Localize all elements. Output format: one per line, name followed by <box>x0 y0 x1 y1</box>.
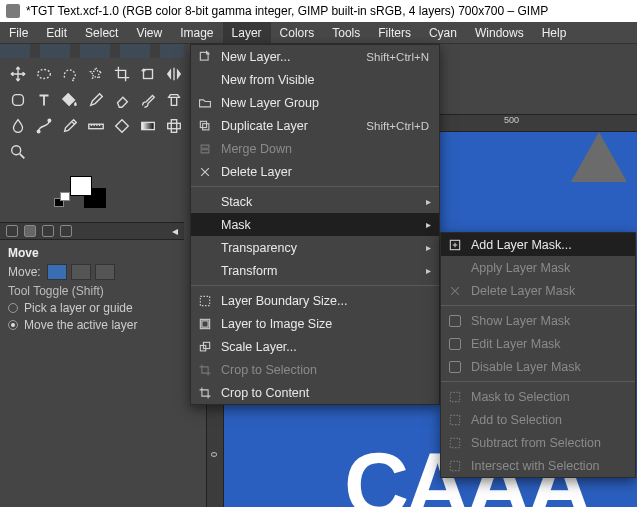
dup-icon <box>197 118 213 134</box>
tool-toggle-label: Tool Toggle (Shift) <box>8 284 176 298</box>
menu-item-label: Intersect with Selection <box>471 459 625 473</box>
pencil-tool-icon[interactable] <box>84 88 108 112</box>
text-tool-icon[interactable] <box>32 88 56 112</box>
move-mode-label: Move: <box>8 265 41 279</box>
svg-rect-13 <box>200 296 209 305</box>
gradient-tool-icon[interactable] <box>136 114 160 138</box>
radio-pick-layer-label: Pick a layer or guide <box>24 301 133 315</box>
tool-options-title: Move <box>8 246 176 260</box>
menu-image[interactable]: Image <box>171 22 222 43</box>
panel-menu-icon[interactable]: ◂ <box>172 224 178 238</box>
paintbrush-icon[interactable] <box>136 88 160 112</box>
eraser-tool-icon[interactable] <box>110 88 134 112</box>
layer-menu-dropdown: New Layer...Shift+Ctrl+NNew from Visible… <box>190 44 440 405</box>
layer-menu-mask[interactable]: Mask <box>191 213 439 236</box>
flip-tool-icon[interactable] <box>162 62 186 86</box>
menu-item-label: New Layer... <box>221 50 358 64</box>
menu-item-label: Crop to Content <box>221 386 429 400</box>
down-icon <box>197 141 213 157</box>
menu-item-label: Mask to Selection <box>471 390 625 404</box>
canvas-graphic <box>571 132 627 182</box>
align-tool-icon[interactable] <box>110 114 134 138</box>
mask-menu-show-layer-mask: Show Layer Mask <box>441 309 635 332</box>
menu-filters[interactable]: Filters <box>369 22 420 43</box>
menu-file[interactable]: File <box>0 22 37 43</box>
move-mode-selection[interactable] <box>71 264 91 280</box>
path-tool-icon[interactable] <box>32 114 56 138</box>
menu-colors[interactable]: Colors <box>271 22 324 43</box>
warp-tool-icon[interactable] <box>6 88 30 112</box>
heal-tool-icon[interactable] <box>162 114 186 138</box>
menu-windows[interactable]: Windows <box>466 22 533 43</box>
default-colors-icon-2[interactable] <box>60 192 70 201</box>
free-select-icon[interactable] <box>58 62 82 86</box>
sel-icon <box>447 458 463 474</box>
menu-item-label: Mask <box>221 218 429 232</box>
menu-layer[interactable]: Layer <box>223 22 271 43</box>
mask-menu-disable-layer-mask: Disable Layer Mask <box>441 355 635 378</box>
move-mode-layer[interactable] <box>47 264 67 280</box>
move-mode-path[interactable] <box>95 264 115 280</box>
menu-select[interactable]: Select <box>76 22 127 43</box>
crop-tool-icon[interactable] <box>110 62 134 86</box>
layer-menu-crop-to-content[interactable]: Crop to Content <box>191 381 439 404</box>
ruler-tick: 500 <box>504 115 519 125</box>
menu-help[interactable]: Help <box>533 22 576 43</box>
layer-menu-transform[interactable]: Transform <box>191 259 439 282</box>
menu-view[interactable]: View <box>127 22 171 43</box>
ruler-tick: 0 <box>209 452 219 457</box>
layer-menu-scale-layer-[interactable]: Scale Layer... <box>191 335 439 358</box>
radio-pick-layer[interactable] <box>8 303 18 313</box>
checkbox-icon <box>447 336 463 352</box>
menu-item-label: New Layer Group <box>221 96 429 110</box>
svg-rect-7 <box>171 120 176 133</box>
bucket-fill-icon[interactable] <box>58 88 82 112</box>
layer-menu-duplicate-layer[interactable]: Duplicate LayerShift+Ctrl+D <box>191 114 439 137</box>
window-titlebar: *TGT Text.xcf-1.0 (RGB color 8-bit gamma… <box>0 0 637 22</box>
zoom-tool-icon[interactable] <box>6 140 30 164</box>
color-picker-icon[interactable] <box>58 114 82 138</box>
menu-item-label: Edit Layer Mask <box>471 337 625 351</box>
layer-menu-merge-down: Merge Down <box>191 137 439 160</box>
measure-tool-icon[interactable] <box>84 114 108 138</box>
menu-item-label: Add to Selection <box>471 413 625 427</box>
svg-rect-19 <box>450 392 459 401</box>
move-tool-icon[interactable] <box>6 62 30 86</box>
menu-accelerator: Shift+Ctrl+D <box>366 120 429 132</box>
layer-menu-layer-to-image-size[interactable]: Layer to Image Size <box>191 312 439 335</box>
layer-menu-new-layer-[interactable]: New Layer...Shift+Ctrl+N <box>191 45 439 68</box>
layer-menu-stack[interactable]: Stack <box>191 190 439 213</box>
layer-menu-layer-boundary-size-[interactable]: Layer Boundary Size... <box>191 289 439 312</box>
crop-icon <box>197 362 213 378</box>
layer-menu-crop-to-selection: Crop to Selection <box>191 358 439 381</box>
crop-icon <box>197 385 213 401</box>
tool-options-tabs[interactable]: ◂ <box>0 222 184 240</box>
rotate-tool-icon[interactable] <box>136 62 160 86</box>
menu-edit[interactable]: Edit <box>37 22 76 43</box>
mask-menu-add-layer-mask-[interactable]: Add Layer Mask... <box>441 233 635 256</box>
radio-move-active[interactable] <box>8 320 18 330</box>
svg-point-9 <box>12 146 21 155</box>
toolbox-panel: ◂ Move Move: Tool Toggle (Shift) Pick a … <box>0 44 184 341</box>
menu-cyan[interactable]: Cyan <box>420 22 466 43</box>
layer-menu-new-layer-group[interactable]: New Layer Group <box>191 91 439 114</box>
bound-icon <box>197 293 213 309</box>
fuzzy-select-icon[interactable] <box>84 62 108 86</box>
layer-menu-delete-layer[interactable]: Delete Layer <box>191 160 439 183</box>
color-swatches[interactable] <box>70 176 116 216</box>
layer-menu-transparency[interactable]: Transparency <box>191 236 439 259</box>
decoration-strip <box>0 44 184 58</box>
menu-tools[interactable]: Tools <box>323 22 369 43</box>
svg-rect-12 <box>203 123 209 129</box>
svg-rect-8 <box>168 123 181 128</box>
svg-rect-22 <box>450 461 459 470</box>
clone-tool-icon[interactable] <box>162 88 186 112</box>
foreground-color[interactable] <box>70 176 92 196</box>
mask-menu-subtract-from-selection: Subtract from Selection <box>441 431 635 454</box>
menu-item-label: Subtract from Selection <box>471 436 625 450</box>
svg-point-0 <box>38 70 51 79</box>
layer-menu-new-from-visible[interactable]: New from Visible <box>191 68 439 91</box>
smudge-tool-icon[interactable] <box>6 114 30 138</box>
ellipse-select-icon[interactable] <box>32 62 56 86</box>
menu-item-label: Transparency <box>221 241 429 255</box>
